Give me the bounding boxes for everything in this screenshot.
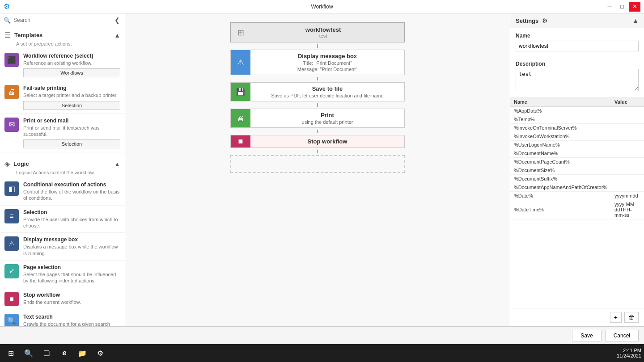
text-search-title: Text search: [23, 314, 120, 320]
title-bar-title: Workflow: [311, 4, 333, 10]
variable-value-cell: [611, 175, 644, 183]
sidebar-item-page-selection[interactable]: ✓ Page selection Select the pages that s…: [0, 261, 125, 288]
variable-name-cell: %UserLogonName%: [510, 141, 611, 149]
templates-section-subtitle: A set of prepared actions.: [0, 41, 125, 49]
table-row[interactable]: %InvokeOnWorkstation%: [510, 132, 644, 141]
selection-icon: ≡: [4, 209, 19, 223]
sidebar-item-fail-safe[interactable]: 🖨 Fail-safe printing Select a target pri…: [0, 81, 125, 114]
node-print-icon: 🖨: [231, 109, 250, 127]
stop-workflow-icon: ■: [4, 292, 19, 306]
sidebar-item-selection[interactable]: ≡ Selection Provide the user with choice…: [0, 206, 125, 233]
sidebar-item-display-message[interactable]: ⚠ Display message box Displays a message…: [0, 233, 125, 261]
workflow-node-save-to-file[interactable]: 💾 Save to file Save as PDF, let user dec…: [230, 82, 405, 101]
workflows-button[interactable]: Workflows: [23, 68, 120, 77]
variable-name-cell: %DocumentAppNameAndPathOfCreator%: [510, 183, 611, 192]
fail-safe-title: Fail-safe printing: [23, 85, 120, 91]
variable-name-cell: %DocumentName%: [510, 149, 611, 158]
sidebar-item-conditional[interactable]: ◧ Conditional execution of actions Contr…: [0, 178, 125, 206]
cancel-button[interactable]: Cancel: [605, 330, 639, 341]
page-selection-icon: ✓: [4, 264, 19, 278]
save-button[interactable]: Save: [572, 330, 601, 341]
name-input[interactable]: [516, 41, 639, 51]
variable-name-cell: %Date%: [510, 192, 611, 200]
table-row[interactable]: %Date%yyyymmdd: [510, 192, 644, 200]
conditional-title: Conditional execution of actions: [23, 181, 120, 188]
description-textarea[interactable]: test: [516, 69, 639, 91]
workflow-start-icon: ⊞: [237, 28, 244, 38]
col-value-header: Value: [611, 97, 644, 107]
variable-value-cell: [611, 158, 644, 166]
sidebar-item-stop-workflow[interactable]: ■ Stop workflow Ends the current workflo…: [0, 288, 125, 310]
sidebar-item-print-or-mail[interactable]: ✉ Print or send mail Print or send mail …: [0, 114, 125, 153]
taskbar-task-view-button[interactable]: ❑: [38, 345, 55, 361]
variable-name-cell: %InvokeOnTerminalServer%: [510, 124, 611, 132]
sidebar-item-workflow-reference[interactable]: ⬛ Workflow reference (select) Reference …: [0, 49, 125, 81]
variable-name-cell: %DocumentPageCount%: [510, 158, 611, 166]
variable-name-cell: %Temp%: [510, 115, 611, 124]
description-label: Description: [516, 61, 639, 67]
variable-value-cell: [611, 107, 644, 115]
workflow-start-subtitle: test: [249, 33, 398, 38]
drop-zone[interactable]: [230, 155, 405, 173]
search-icon: 🔍: [4, 17, 11, 24]
close-button[interactable]: ✕: [629, 2, 640, 12]
taskbar-right: 2:41 PM 11/24/2021: [617, 348, 641, 358]
sidebar-collapse-button[interactable]: ❮: [113, 16, 121, 24]
templates-section-toggle[interactable]: ▲: [114, 32, 120, 39]
title-bar-left: ⚙: [4, 2, 10, 11]
main-area: 🔍 ❮ ☰ Templates ▲ A set of prepared acti…: [0, 13, 644, 326]
add-variable-button[interactable]: +: [610, 312, 622, 323]
table-row[interactable]: %Temp%: [510, 115, 644, 124]
templates-section-icon: ☰: [4, 31, 11, 39]
taskbar-app-button[interactable]: ⚙: [92, 345, 108, 361]
delete-variable-button[interactable]: 🗑: [624, 312, 639, 323]
right-panel-collapse-button[interactable]: ▲: [632, 17, 639, 24]
name-label: Name: [516, 33, 639, 39]
taskbar-search-button[interactable]: 🔍: [21, 345, 37, 361]
table-row[interactable]: %UserLogonName%: [510, 141, 644, 149]
logic-section-toggle[interactable]: ▲: [114, 160, 120, 168]
table-row[interactable]: %DocumentSuffix%: [510, 175, 644, 183]
minimize-button[interactable]: ─: [604, 2, 615, 12]
col-name-header: Name: [510, 97, 611, 107]
table-row[interactable]: %AppData%: [510, 107, 644, 115]
print-mail-selection-button[interactable]: Selection: [23, 139, 120, 148]
taskbar-explorer-button[interactable]: 📁: [74, 345, 90, 361]
taskbar-edge-button[interactable]: e: [56, 345, 72, 361]
variable-name-cell: %DocumentSuffix%: [510, 175, 611, 183]
variable-value-cell: [611, 124, 644, 132]
table-row[interactable]: %DateTime%yyyy-MM-ddTHH-mm-ss: [510, 200, 644, 219]
logic-section-title: Logic: [13, 160, 29, 167]
connector-2: [317, 77, 318, 80]
table-row[interactable]: %InvokeOnTerminalServer%: [510, 124, 644, 132]
table-row[interactable]: %DocumentPageCount%: [510, 158, 644, 166]
table-row[interactable]: %DocumentName%: [510, 149, 644, 158]
logic-section-subtitle: Logical Actions control the workflow.: [0, 170, 125, 178]
sidebar-item-text-search[interactable]: 🔍 Text search Crawls the document for a …: [0, 310, 125, 326]
workflow-reference-icon: ⬛: [4, 53, 19, 67]
workflow-node-stop[interactable]: ■ Stop workflow: [230, 135, 405, 148]
variable-value-cell: [611, 166, 644, 175]
workflow-start-node[interactable]: ⊞ workflowtest test: [230, 22, 405, 42]
workflow-node-print[interactable]: 🖨 Print using the default printer: [230, 109, 405, 128]
selection-title: Selection: [23, 209, 120, 215]
taskbar: ⊞ 🔍 ❑ e 📁 ⚙ 2:41 PM 11/24/2021: [0, 344, 644, 362]
variables-table: Name Value %AppData%%Temp%%InvokeOnTermi…: [510, 97, 644, 308]
connector-5: [317, 150, 318, 153]
restore-button[interactable]: □: [616, 2, 628, 12]
workflow-node-display-message[interactable]: ⚠ Display message box Title: "Print Docu…: [230, 50, 405, 75]
node-display-message-line2: Message: "Print Document": [255, 67, 400, 72]
fail-safe-selection-button[interactable]: Selection: [23, 101, 120, 110]
start-button[interactable]: ⊞: [3, 345, 19, 361]
table-row[interactable]: %DocumentSize%: [510, 166, 644, 175]
search-input[interactable]: [13, 17, 110, 23]
table-row[interactable]: %DocumentAppNameAndPathOfCreator%: [510, 183, 644, 192]
connector-3: [317, 103, 318, 107]
print-mail-title: Print or send mail: [23, 118, 120, 124]
page-selection-title: Page selection: [23, 264, 120, 270]
templates-section-title: Templates: [14, 32, 42, 38]
node-save-icon: 💾: [231, 83, 250, 101]
variable-value-cell: [611, 141, 644, 149]
taskbar-clock: 2:41 PM 11/24/2021: [617, 348, 641, 358]
stop-workflow-title: Stop workflow: [23, 292, 120, 298]
